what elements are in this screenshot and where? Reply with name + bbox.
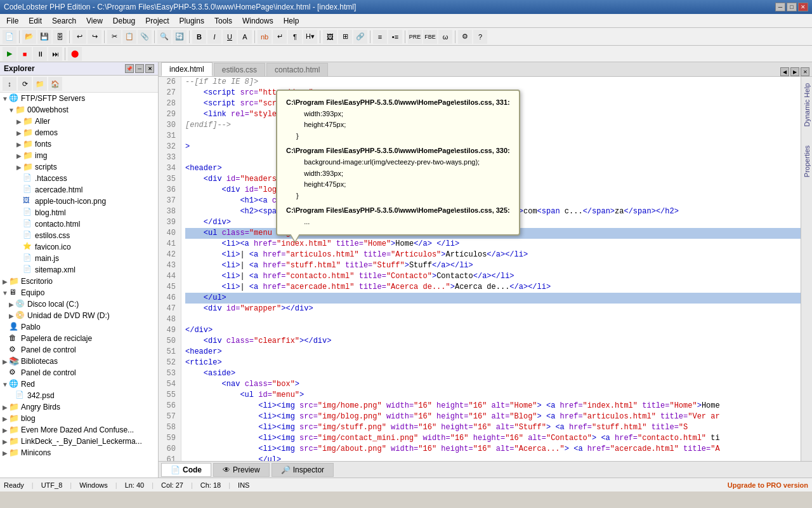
tree-item-mainjs[interactable]: 📄 main.js bbox=[0, 253, 158, 264]
dynamic-help-label[interactable]: Dynamic Help bbox=[803, 83, 811, 126]
tree-item-blog2[interactable]: ▶ 📁 blog bbox=[0, 413, 158, 424]
menu-windows[interactable]: Windows bbox=[237, 15, 278, 27]
tree-item-biblio[interactable]: ▶ 📚 Bibliotecas bbox=[0, 356, 158, 367]
bullet-button[interactable]: •≡ bbox=[388, 30, 402, 44]
undo-button[interactable]: ↩ bbox=[72, 30, 86, 44]
explorer-pin[interactable]: 📌 bbox=[125, 64, 134, 73]
home-button[interactable]: 🏠 bbox=[48, 77, 62, 91]
bold-button[interactable]: B bbox=[192, 30, 206, 44]
format-button[interactable]: FBE bbox=[423, 30, 437, 44]
tree-item-recycle[interactable]: 🗑 Papelera de reciclaje bbox=[0, 333, 158, 344]
tree-item-estilos[interactable]: 📄 estilos.css bbox=[0, 230, 158, 241]
menu-help[interactable]: Help bbox=[278, 15, 304, 27]
tree-item-blog[interactable]: 📄 blog.html bbox=[0, 207, 158, 218]
color-button[interactable]: nb bbox=[258, 30, 272, 44]
tree-item-favicon[interactable]: ⭐ favicon.ico bbox=[0, 241, 158, 253]
stop-button[interactable]: ■ bbox=[18, 47, 32, 61]
cut-button[interactable]: ✂ bbox=[107, 30, 121, 44]
tab-contacto-html[interactable]: contacto.html bbox=[266, 63, 328, 76]
tree-item-sitemap[interactable]: 📄 sitemap.xml bbox=[0, 264, 158, 276]
save-all-button[interactable]: 🗄 bbox=[53, 30, 67, 44]
tree-item-ftp[interactable]: ▼ 🌐 FTP/SFTP Servers bbox=[0, 93, 158, 104]
tree-item-link[interactable]: ▶ 📁 LinkDeck_-_By_Daniel_Leckerma... bbox=[0, 436, 158, 447]
tab-code[interactable]: 📄 Code bbox=[161, 463, 211, 477]
menu-tools[interactable]: Tools bbox=[209, 15, 237, 27]
tree-item-apple[interactable]: 🖼 apple-touch-icon.png bbox=[0, 196, 158, 207]
tree-item-dvd[interactable]: ▶ 📀 Unidad de DVD RW (D:) bbox=[0, 310, 158, 321]
insert-button[interactable]: ↵ bbox=[273, 30, 287, 44]
redo-button[interactable]: ↪ bbox=[88, 30, 102, 44]
new-button[interactable]: 📄 bbox=[3, 30, 16, 44]
heading-button[interactable]: H▾ bbox=[303, 30, 317, 44]
menu-file[interactable]: File bbox=[1, 15, 23, 27]
font-button[interactable]: A bbox=[238, 30, 252, 44]
settings-button[interactable]: ⚙ bbox=[458, 30, 472, 44]
tab-inspector[interactable]: 🔎 Inspector bbox=[272, 463, 334, 477]
para-button[interactable]: ¶ bbox=[288, 30, 302, 44]
tree-item-minicons[interactable]: ▶ 📁 Minicons bbox=[0, 447, 158, 458]
tab-estilos-css[interactable]: estilos.css bbox=[214, 63, 265, 76]
close-button[interactable]: ✕ bbox=[798, 3, 808, 11]
menu-view[interactable]: View bbox=[81, 15, 108, 27]
tree-item-equipo[interactable]: ▼ 🖥 Equipo bbox=[0, 287, 158, 298]
tab-preview[interactable]: 👁 Preview bbox=[213, 463, 270, 477]
tree-item-pablo[interactable]: 👤 Pablo bbox=[0, 321, 158, 333]
menu-debug[interactable]: Debug bbox=[108, 15, 140, 27]
find-button[interactable]: 🔍 bbox=[157, 30, 171, 44]
tree-item-disco[interactable]: ▶ 💿 Disco local (C:) bbox=[0, 298, 158, 310]
pre-button[interactable]: PRE bbox=[408, 30, 422, 44]
tree-item-img[interactable]: ▶ 📁 img bbox=[0, 150, 158, 161]
tree-item-scripts[interactable]: ▶ 📁 scripts bbox=[0, 161, 158, 173]
tab-next-button[interactable]: ▶ bbox=[790, 67, 799, 76]
tree-item-fonts[interactable]: ▶ 📁 fonts bbox=[0, 138, 158, 150]
help2-button[interactable]: ? bbox=[473, 30, 487, 44]
tree-item-342psd[interactable]: 📄 342.psd bbox=[0, 390, 158, 401]
tree-item-even[interactable]: ▶ 📁 Even More Dazed And Confuse... bbox=[0, 424, 158, 436]
tree-item-panel2[interactable]: ⚙ Panel de control bbox=[0, 367, 158, 378]
pause-button[interactable]: ⏸ bbox=[33, 47, 47, 61]
paste-button[interactable]: 📎 bbox=[138, 30, 152, 44]
special-button[interactable]: ω bbox=[438, 30, 452, 44]
open-button[interactable]: 📂 bbox=[22, 30, 36, 44]
explorer-tree[interactable]: ▼ 🌐 FTP/SFTP Servers ▼ 📁 000webhost ▶ 📁 … bbox=[0, 93, 158, 478]
tree-item-webhost[interactable]: ▼ 📁 000webhost bbox=[0, 104, 158, 116]
tree-item-red[interactable]: ▼ 🌐 Red bbox=[0, 378, 158, 390]
tree-item-aller[interactable]: ▶ 📁 Aller bbox=[0, 116, 158, 127]
img-button[interactable]: 🖼 bbox=[323, 30, 337, 44]
tree-item-demos[interactable]: ▶ 📁 demos bbox=[0, 127, 158, 138]
tab-close-all-button[interactable]: ✕ bbox=[801, 67, 809, 76]
tree-item-panel1[interactable]: ⚙ Panel de control bbox=[0, 344, 158, 356]
run-button[interactable]: ▶ bbox=[3, 47, 16, 61]
sort-button[interactable]: ↕ bbox=[3, 77, 16, 91]
tree-item-htaccess[interactable]: 📄 .htaccess bbox=[0, 173, 158, 184]
tab-index-html[interactable]: index.html bbox=[161, 62, 213, 76]
italic-button[interactable]: I bbox=[207, 30, 221, 44]
refresh-button[interactable]: ⟳ bbox=[18, 77, 32, 91]
replace-button[interactable]: 🔄 bbox=[173, 30, 187, 44]
tab-prev-button[interactable]: ◀ bbox=[780, 67, 789, 76]
restore-button[interactable]: □ bbox=[787, 3, 797, 11]
tree-item-contacto[interactable]: 📄 contacto.html bbox=[0, 218, 158, 230]
new-folder-button[interactable]: 📁 bbox=[33, 77, 47, 91]
explorer-minimize[interactable]: ─ bbox=[135, 64, 144, 73]
menu-project[interactable]: Project bbox=[140, 15, 174, 27]
save-button[interactable]: 💾 bbox=[37, 30, 51, 44]
underline-button[interactable]: U bbox=[223, 30, 237, 44]
copy-button[interactable]: 📋 bbox=[122, 30, 136, 44]
numbered-button[interactable]: ≡ bbox=[373, 30, 387, 44]
explorer-close[interactable]: ✕ bbox=[145, 64, 154, 73]
menu-plugins[interactable]: Plugins bbox=[174, 15, 209, 27]
table-button[interactable]: ⊞ bbox=[338, 30, 352, 44]
tree-item-escritorio[interactable]: ▶ 📁 Escritorio bbox=[0, 276, 158, 287]
upgrade-link[interactable]: Upgrade to PRO version bbox=[728, 481, 808, 489]
link-button[interactable]: 🔗 bbox=[353, 30, 367, 44]
menu-search[interactable]: Search bbox=[47, 15, 81, 27]
breakpoint-button[interactable]: ⬤ bbox=[68, 47, 82, 61]
menu-edit[interactable]: Edit bbox=[23, 15, 47, 27]
line-num-55: 55 bbox=[161, 390, 178, 401]
tree-item-acercade[interactable]: 📄 acercade.html bbox=[0, 184, 158, 196]
properties-label[interactable]: Properties bbox=[803, 145, 811, 177]
minimize-button[interactable]: ─ bbox=[775, 3, 785, 11]
tree-item-angry[interactable]: ▶ 📁 Angry Birds bbox=[0, 401, 158, 413]
step-button[interactable]: ⏭ bbox=[48, 47, 62, 61]
